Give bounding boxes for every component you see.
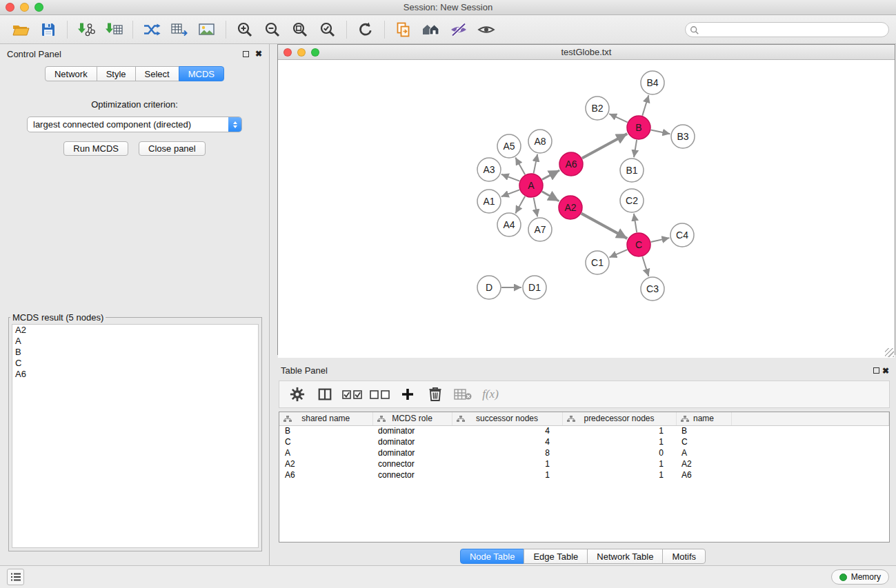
column-header-MCDS-role[interactable]: MCDS role xyxy=(372,412,452,425)
function-builder-button[interactable]: f(x) xyxy=(478,383,503,405)
graph-edge-B-B2[interactable] xyxy=(609,114,627,122)
graph-edge-A-A1[interactable] xyxy=(501,190,519,196)
minimize-network-window-button[interactable] xyxy=(297,48,306,57)
graph-edge-A-A7[interactable] xyxy=(534,198,538,217)
save-session-button[interactable] xyxy=(34,18,62,41)
table-row[interactable]: Adominator80A xyxy=(279,447,889,458)
column-header-name[interactable]: name xyxy=(676,412,731,425)
result-item[interactable]: B xyxy=(12,347,258,358)
task-history-button[interactable] xyxy=(7,569,24,585)
float-panel-icon[interactable] xyxy=(243,51,249,57)
show-columns-button[interactable] xyxy=(312,383,337,405)
graph-edge-A-A3[interactable] xyxy=(501,174,519,181)
graph-node-B4[interactable]: B4 xyxy=(641,71,664,94)
tab-motifs[interactable]: Motifs xyxy=(662,549,706,564)
graph-node-D1[interactable]: D1 xyxy=(523,276,546,299)
tab-network[interactable]: Network xyxy=(45,66,97,81)
graph-node-B1[interactable]: B1 xyxy=(620,159,644,182)
graph-node-B2[interactable]: B2 xyxy=(586,97,609,120)
float-table-panel-icon[interactable] xyxy=(873,367,879,374)
graph-node-A6[interactable]: A6 xyxy=(559,152,583,176)
minimize-window-button[interactable] xyxy=(20,3,29,12)
graph-edge-A2-C[interactable] xyxy=(581,214,628,239)
export-network-button[interactable] xyxy=(390,18,417,41)
column-header-successor-nodes[interactable]: successor nodes xyxy=(452,412,562,425)
graph-edge-A-A8[interactable] xyxy=(534,154,538,174)
table-row[interactable]: A2connector11A2 xyxy=(279,458,889,469)
table-row[interactable]: Cdominator41C xyxy=(279,436,889,447)
tab-style[interactable]: Style xyxy=(97,66,136,81)
zoom-selected-button[interactable] xyxy=(314,18,341,41)
graph-node-A5[interactable]: A5 xyxy=(497,134,521,158)
graph-edge-B-B4[interactable] xyxy=(642,95,648,116)
zoom-network-window-button[interactable] xyxy=(311,48,319,57)
window-resize-grip[interactable] xyxy=(885,348,894,357)
graph-edge-C-C3[interactable] xyxy=(642,256,648,276)
tab-mcds[interactable]: MCDS xyxy=(179,66,224,81)
column-header-predecessor-nodes[interactable]: predecessor nodes xyxy=(562,412,676,425)
select-all-rows-button[interactable] xyxy=(340,383,365,405)
tab-node-table[interactable]: Node Table xyxy=(460,549,525,564)
close-window-button[interactable] xyxy=(6,3,14,12)
graph-node-D[interactable]: D xyxy=(477,276,501,299)
result-item[interactable]: A xyxy=(12,336,258,347)
table-row[interactable]: A6connector11A6 xyxy=(279,469,889,480)
graph-edge-B-B1[interactable] xyxy=(634,140,637,157)
graph-node-A3[interactable]: A3 xyxy=(477,158,501,181)
graph-node-A2[interactable]: A2 xyxy=(559,196,582,219)
close-network-window-button[interactable] xyxy=(283,48,292,57)
zoom-out-button[interactable] xyxy=(259,18,286,41)
import-table-button[interactable] xyxy=(100,18,128,41)
run-mcds-button[interactable]: Run MCDS xyxy=(63,141,128,156)
column-header-shared-name[interactable]: shared name xyxy=(279,412,372,425)
result-item[interactable]: A6 xyxy=(12,369,258,380)
graph-node-A[interactable]: A xyxy=(519,174,543,197)
zoom-fit-button[interactable] xyxy=(286,18,314,41)
graph-edge-A6-B[interactable] xyxy=(582,134,627,158)
import-network-button[interactable] xyxy=(72,18,100,41)
deselect-all-rows-button[interactable] xyxy=(368,383,392,405)
graph-edge-A-A4[interactable] xyxy=(515,196,525,214)
table-settings-button[interactable] xyxy=(285,383,310,405)
zoom-window-button[interactable] xyxy=(34,3,43,12)
create-column-button[interactable] xyxy=(395,383,420,405)
zoom-in-button[interactable] xyxy=(231,18,259,41)
graph-edge-B-B3[interactable] xyxy=(651,130,670,134)
home-views-button[interactable] xyxy=(417,18,445,41)
close-table-panel-icon[interactable]: ✖ xyxy=(882,366,889,376)
memory-button[interactable]: Memory xyxy=(831,569,889,585)
new-table-button[interactable] xyxy=(166,18,193,41)
graph-edge-A-A6[interactable] xyxy=(542,170,559,180)
tab-edge-table[interactable]: Edge Table xyxy=(524,549,588,564)
graph-node-A8[interactable]: A8 xyxy=(528,130,552,153)
network-canvas[interactable]: B4B2BB3A5A8A6A3B1AA1C2A2A4A7C4CC1C3DD1 xyxy=(278,60,895,358)
table-row[interactable]: Bdominator41B xyxy=(279,425,889,436)
graph-edge-C-C4[interactable] xyxy=(651,238,670,242)
graph-node-C1[interactable]: C1 xyxy=(586,251,609,274)
graph-node-B[interactable]: B xyxy=(627,116,650,139)
delete-column-button[interactable] xyxy=(423,383,448,405)
graph-edge-C-C1[interactable] xyxy=(609,250,627,257)
new-network-button[interactable] xyxy=(138,18,166,41)
refresh-button[interactable] xyxy=(352,18,379,41)
graph-edge-C-C2[interactable] xyxy=(634,214,637,232)
graph-node-A4[interactable]: A4 xyxy=(497,213,521,236)
delete-table-button[interactable] xyxy=(450,383,475,405)
graph-node-C4[interactable]: C4 xyxy=(670,223,694,247)
close-panel-button[interactable]: Close panel xyxy=(139,141,206,156)
graph-node-C[interactable]: C xyxy=(627,233,650,256)
graph-edge-A-A5[interactable] xyxy=(515,158,525,175)
graph-edge-A-A2[interactable] xyxy=(542,192,559,201)
result-item[interactable]: A2 xyxy=(12,325,258,336)
tab-select[interactable]: Select xyxy=(135,66,179,81)
graph-node-B3[interactable]: B3 xyxy=(671,125,695,148)
open-session-button[interactable] xyxy=(7,18,34,41)
show-details-button[interactable] xyxy=(472,18,500,41)
close-panel-icon[interactable]: ✖ xyxy=(255,50,262,58)
graph-node-C2[interactable]: C2 xyxy=(620,189,644,212)
graph-node-A7[interactable]: A7 xyxy=(528,218,552,241)
result-item[interactable]: C xyxy=(12,358,258,369)
hide-details-button[interactable] xyxy=(445,18,472,41)
tab-network-table[interactable]: Network Table xyxy=(587,549,663,564)
export-image-button[interactable] xyxy=(193,18,221,41)
